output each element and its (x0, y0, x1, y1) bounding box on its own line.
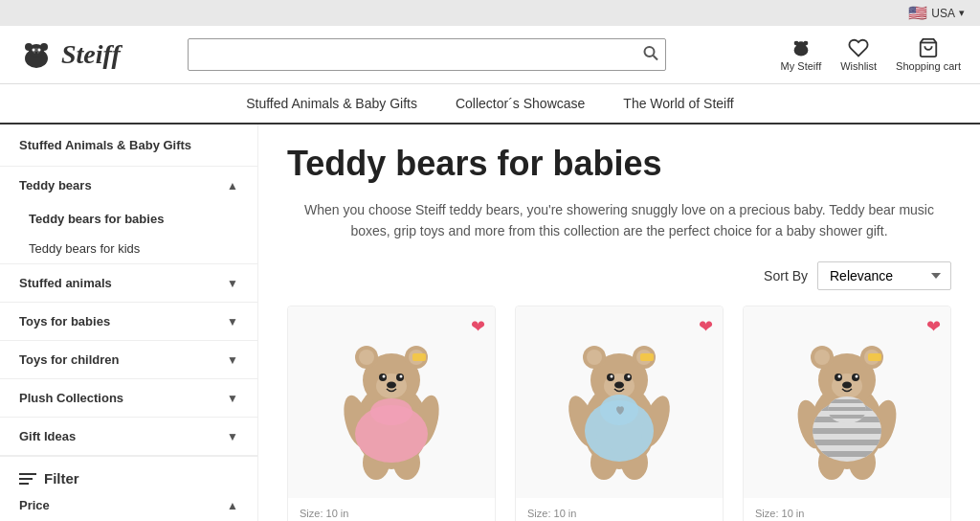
my-steiff-icon-group[interactable]: My Steiff (781, 37, 822, 72)
sidebar-section-label-plush: Plush Collections (19, 391, 123, 405)
sidebar-section-label-teddy-bears: Teddy bears (19, 178, 92, 193)
sidebar-section-label-gift-ideas: Gift Ideas (19, 429, 76, 443)
sort-select[interactable]: Relevance Price low-high Price high-low … (817, 261, 951, 290)
chevron-down-icon-stuffed: ▼ (227, 277, 238, 290)
nav-collectors[interactable]: Collector´s Showcase (456, 96, 585, 111)
filter-line-2 (19, 478, 33, 480)
search-input[interactable] (188, 38, 666, 71)
product-card-sleep-well-pink[interactable]: ❤ (287, 306, 496, 521)
wishlist-btn-pink[interactable]: ❤ (471, 316, 485, 337)
shopping-cart-icon-group[interactable]: Shopping cart (896, 37, 961, 72)
filter-line-3 (19, 483, 29, 485)
svg-point-24 (383, 374, 386, 377)
svg-point-63 (856, 374, 858, 377)
wishlist-icon-group[interactable]: Wishlist (840, 37, 877, 72)
chevron-down-icon-toys-babies: ▼ (227, 315, 238, 328)
svg-rect-81 (868, 353, 881, 361)
logo[interactable]: Steiff (19, 37, 121, 72)
flag-icon: 🇺🇸 (908, 4, 927, 22)
product-image-pink (288, 306, 495, 498)
top-bar: 🇺🇸 USA ▾ (0, 0, 980, 26)
chevron-down-icon: ▾ (959, 7, 965, 19)
sidebar-section-header-toys-children[interactable]: Toys for children ▼ (0, 341, 257, 378)
header: Steiff My Steiff Wishlist (0, 26, 980, 84)
chevron-down-icon-plush: ▼ (227, 392, 238, 405)
search-button[interactable] (643, 46, 658, 64)
country-selector[interactable]: 🇺🇸 USA ▾ (908, 4, 965, 22)
product-card-sleep-well-stripe[interactable]: ❤ (743, 306, 951, 521)
cart-icon (918, 37, 939, 58)
filter-label: Filter (44, 470, 79, 487)
search-bar (188, 38, 666, 71)
my-steiff-label: My Steiff (781, 60, 822, 72)
svg-point-57 (814, 350, 830, 365)
svg-rect-73 (811, 428, 883, 434)
sidebar-section-plush: Plush Collections ▼ (0, 379, 257, 418)
svg-point-8 (644, 47, 654, 57)
sort-bar: Sort By Relevance Price low-high Price h… (287, 261, 951, 290)
product-info-pink: Size: 10 in Sleep Well Bear $39.95 (288, 498, 495, 521)
wishlist-label: Wishlist (840, 60, 877, 72)
nav-stuffed-animals[interactable]: Stuffed Animals & Baby Gifts (246, 96, 417, 111)
svg-point-6 (38, 49, 41, 52)
main-content: Teddy bears for babies When you choose S… (258, 125, 980, 521)
sidebar: Stuffed Animals & Baby Gifts Teddy bears… (0, 125, 258, 521)
filter-line-1 (19, 473, 36, 475)
wishlist-btn-stripe[interactable]: ❤ (926, 316, 941, 337)
main-nav: Stuffed Animals & Baby Gifts Collector´s… (0, 84, 980, 125)
sidebar-section-stuffed-animals: Stuffed animals ▼ (0, 264, 257, 303)
price-header[interactable]: Price ▲ (19, 498, 238, 512)
svg-point-32 (370, 398, 412, 425)
sidebar-section-header-toys-babies[interactable]: Toys for babies ▼ (0, 303, 257, 340)
svg-point-3 (40, 43, 48, 51)
product-size-pink: Size: 10 in (300, 508, 483, 519)
sidebar-section-header-stuffed-animals[interactable]: Stuffed animals ▼ (0, 264, 257, 302)
bear-image-pink (334, 321, 449, 484)
price-section: Price ▲ Price range until (19, 498, 238, 521)
page-description: When you choose Steiff teddy bears, you'… (294, 199, 945, 242)
product-size-blue: Size: 10 in (527, 508, 711, 519)
heart-icon (848, 37, 869, 58)
chevron-up-icon: ▲ (227, 179, 238, 193)
svg-rect-80 (826, 415, 868, 419)
product-grid: ❤ (287, 306, 951, 521)
sidebar-section-teddy-bears: Teddy bears ▲ Teddy bears for babies Ted… (0, 167, 257, 264)
filter-lines-icon (19, 473, 36, 485)
logo-text: Steiff (61, 39, 121, 70)
svg-rect-79 (826, 407, 868, 411)
svg-line-9 (653, 56, 657, 60)
sidebar-section-label-stuffed-animals: Stuffed animals (19, 276, 112, 290)
chevron-down-icon-toys-children: ▼ (227, 353, 238, 367)
svg-point-45 (614, 381, 624, 388)
svg-point-64 (842, 381, 852, 388)
svg-rect-74 (811, 440, 883, 445)
page-title: Teddy bears for babies (287, 144, 951, 184)
wishlist-btn-blue[interactable]: ❤ (699, 316, 713, 337)
filter-header: Filter (19, 470, 238, 487)
svg-point-12 (794, 41, 799, 46)
svg-point-38 (587, 350, 602, 365)
chevron-up-price: ▲ (227, 499, 238, 512)
product-info-stripe: Size: 10 in Sleep Well Teddy Bear $44.95 (744, 498, 950, 521)
sidebar-item-teddy-bears-for-babies[interactable]: Teddy bears for babies (0, 204, 257, 234)
nav-world[interactable]: The World of Steiff (623, 96, 733, 111)
product-card-sleep-well-blue[interactable]: ❤ (515, 306, 724, 521)
product-info-blue: Size: 10 in Sleep Well Bear $39.95 (516, 498, 723, 521)
svg-point-26 (387, 381, 396, 388)
country-label: USA (931, 7, 955, 20)
bear-image-stripe (790, 321, 904, 484)
sidebar-section-header-gift-ideas[interactable]: Gift Ideas ▼ (0, 418, 257, 455)
svg-point-25 (400, 374, 403, 377)
svg-rect-52 (640, 353, 654, 361)
sidebar-section-header-plush[interactable]: Plush Collections ▼ (0, 379, 257, 417)
sidebar-section-toys-babies: Toys for babies ▼ (0, 303, 257, 341)
sidebar-section-toys-children: Toys for children ▼ (0, 341, 257, 379)
product-size-stripe: Size: 10 in (755, 508, 939, 519)
svg-rect-33 (412, 353, 426, 361)
sidebar-section-header-teddy-bears[interactable]: Teddy bears ▲ (0, 167, 257, 204)
sidebar-category-title: Stuffed Animals & Baby Gifts (0, 125, 257, 167)
product-image-blue (516, 306, 723, 498)
svg-point-5 (33, 49, 35, 52)
svg-point-7 (35, 52, 37, 54)
sidebar-item-teddy-bears-for-kids[interactable]: Teddy bears for kids (0, 234, 257, 263)
